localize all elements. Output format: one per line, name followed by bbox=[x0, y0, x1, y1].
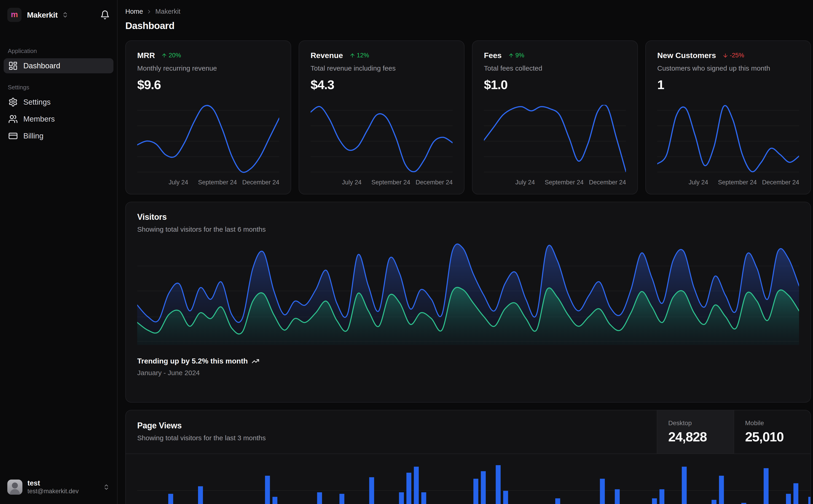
users-icon bbox=[8, 114, 18, 124]
main-content: Home Makerkit Dashboard MRR 20% Monthly … bbox=[117, 0, 813, 504]
trend-badge: 9% bbox=[508, 52, 524, 59]
visitors-subtitle: Showing total visitors for the last 6 mo… bbox=[137, 225, 799, 233]
visitors-title: Visitors bbox=[137, 212, 799, 222]
arrow-up-icon bbox=[349, 53, 355, 58]
credit-card-icon bbox=[8, 131, 18, 141]
user-menu[interactable]: test test@makerkit.dev bbox=[4, 477, 113, 498]
sidebar-spacer bbox=[4, 145, 113, 477]
toggle-label: Mobile bbox=[745, 419, 800, 427]
sidebar-item-settings[interactable]: Settings bbox=[4, 95, 113, 110]
page-title: Dashboard bbox=[125, 20, 811, 31]
user-menu-chevron bbox=[103, 484, 110, 491]
trend-badge: 12% bbox=[349, 52, 369, 59]
axis-tick: July 24 bbox=[168, 179, 188, 186]
visitors-footer: Trending up by 5.2% this month January -… bbox=[137, 357, 799, 377]
stat-card-mrr: MRR 20% Monthly recurring revenue $9.6 J… bbox=[125, 40, 291, 194]
axis-tick: September 24 bbox=[545, 179, 583, 186]
sparkline-axis: July 24 September 24 December 24 bbox=[484, 175, 626, 188]
axis-tick: July 24 bbox=[342, 179, 362, 186]
page-views-title: Page Views bbox=[137, 421, 266, 430]
chevrons-up-down-icon bbox=[103, 484, 110, 491]
stat-value: $9.6 bbox=[137, 77, 279, 92]
sparkline-chart bbox=[484, 105, 626, 173]
breadcrumb-home[interactable]: Home bbox=[125, 8, 143, 15]
axis-tick: July 24 bbox=[689, 179, 708, 186]
app-root: m Makerkit Application Dashboard Setting… bbox=[0, 0, 813, 504]
sidebar-item-billing[interactable]: Billing bbox=[4, 128, 113, 143]
sidebar-item-label: Billing bbox=[23, 132, 43, 140]
breadcrumb: Home Makerkit bbox=[125, 8, 811, 15]
axis-tick: December 24 bbox=[242, 179, 279, 186]
sidebar-item-members[interactable]: Members bbox=[4, 111, 113, 127]
sidebar-header: m Makerkit bbox=[4, 7, 113, 22]
page-views-bar-chart[interactable] bbox=[126, 458, 810, 504]
toggle-desktop[interactable]: Desktop 24,828 bbox=[657, 410, 734, 454]
workspace-name[interactable]: Makerkit bbox=[27, 11, 58, 19]
sidebar-item-label: Settings bbox=[23, 98, 50, 106]
page-views-card: Page Views Showing total visitors for th… bbox=[125, 410, 811, 504]
logo-m-icon: m bbox=[9, 10, 19, 20]
stat-title: Revenue bbox=[311, 51, 343, 60]
stat-card-new-customers: New Customers -25% Customers who signed … bbox=[646, 40, 811, 194]
axis-tick: September 24 bbox=[198, 179, 237, 186]
page-views-toggles: Desktop 24,828 Mobile 25,010 bbox=[657, 410, 810, 454]
visitors-area-chart[interactable] bbox=[137, 241, 799, 345]
gear-icon bbox=[8, 97, 18, 107]
stat-description: Total revenue including fees bbox=[311, 64, 453, 72]
user-name: test bbox=[27, 479, 79, 488]
stat-title: Fees bbox=[484, 51, 502, 60]
page-views-subtitle: Showing total visitors for the last 3 mo… bbox=[137, 434, 266, 442]
axis-tick: December 24 bbox=[762, 179, 799, 186]
arrow-up-icon bbox=[508, 53, 514, 58]
toggle-value: 24,828 bbox=[668, 429, 723, 444]
sidebar-item-dashboard[interactable]: Dashboard bbox=[4, 58, 113, 73]
sparkline-axis: July 24 September 24 December 24 bbox=[137, 175, 279, 188]
axis-tick: December 24 bbox=[589, 179, 626, 186]
sparkline-axis: July 24 September 24 December 24 bbox=[311, 175, 453, 188]
axis-tick: July 24 bbox=[515, 179, 535, 186]
stat-description: Total fees collected bbox=[484, 64, 626, 72]
trend-badge: -25% bbox=[723, 52, 744, 59]
bell-icon bbox=[100, 10, 110, 20]
visitors-date-range: January - June 2024 bbox=[137, 369, 799, 377]
user-meta: test test@makerkit.dev bbox=[27, 479, 79, 496]
sparkline-axis: July 24 September 24 December 24 bbox=[657, 175, 799, 188]
avatar bbox=[7, 480, 22, 495]
workspace-switcher[interactable] bbox=[62, 11, 69, 18]
stat-title: New Customers bbox=[657, 51, 716, 60]
sidebar-item-label: Dashboard bbox=[23, 61, 60, 70]
svg-text:m: m bbox=[11, 10, 18, 19]
visitors-card: Visitors Showing total visitors for the … bbox=[125, 202, 811, 403]
stat-value: $1.0 bbox=[484, 77, 626, 92]
sparkline-chart bbox=[311, 105, 453, 173]
stat-value: 1 bbox=[657, 77, 799, 92]
makerkit-logo[interactable]: m bbox=[7, 8, 21, 22]
chevrons-up-down-icon bbox=[62, 11, 69, 18]
sidebar-item-label: Members bbox=[23, 115, 55, 123]
layout-dashboard-icon bbox=[8, 61, 18, 71]
stat-card-revenue: Revenue 12% Total revenue including fees… bbox=[299, 40, 464, 194]
toggle-value: 25,010 bbox=[745, 429, 800, 444]
trending-up-icon bbox=[252, 357, 259, 365]
axis-tick: September 24 bbox=[718, 179, 757, 186]
breadcrumb-current[interactable]: Makerkit bbox=[155, 8, 180, 15]
chevron-right-icon bbox=[146, 9, 152, 15]
visitors-trend-text: Trending up by 5.2% this month bbox=[137, 357, 248, 365]
sparkline-chart bbox=[657, 105, 799, 173]
sidebar: m Makerkit Application Dashboard Setting… bbox=[0, 0, 117, 504]
toggle-mobile[interactable]: Mobile 25,010 bbox=[734, 410, 810, 454]
toggle-label: Desktop bbox=[668, 419, 723, 427]
axis-tick: December 24 bbox=[416, 179, 453, 186]
arrow-up-icon bbox=[161, 53, 167, 58]
sparkline-chart bbox=[137, 105, 279, 173]
axis-tick: September 24 bbox=[371, 179, 410, 186]
nav-section-label: Settings bbox=[8, 84, 109, 91]
notifications-button[interactable] bbox=[100, 10, 110, 20]
stat-title: MRR bbox=[137, 51, 155, 60]
stat-value: $4.3 bbox=[311, 77, 453, 92]
stat-description: Customers who signed up this month bbox=[657, 64, 799, 72]
nav-section-label: Application bbox=[8, 48, 109, 55]
user-email: test@makerkit.dev bbox=[27, 488, 79, 495]
stat-description: Monthly recurring revenue bbox=[137, 64, 279, 72]
trend-badge: 20% bbox=[161, 52, 181, 59]
